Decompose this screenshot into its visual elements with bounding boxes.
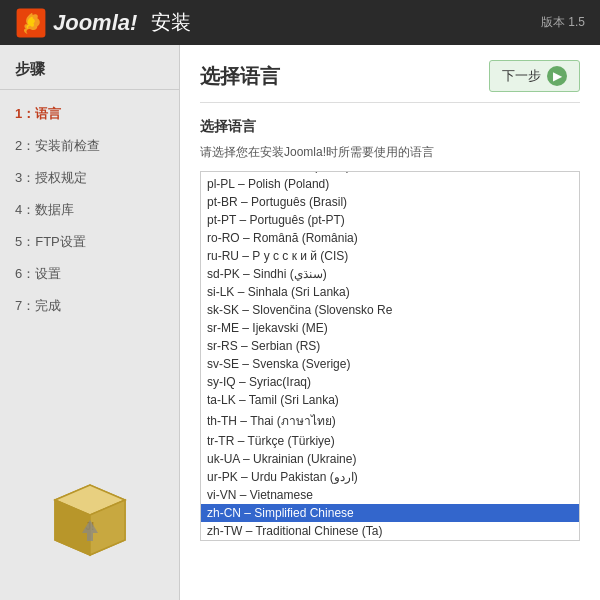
- sidebar-item-preinstall[interactable]: 2：安装前检查: [0, 130, 179, 162]
- joomla-box-icon: J!: [40, 465, 140, 565]
- list-item[interactable]: vi-VN – Vietnamese: [201, 486, 579, 504]
- list-item[interactable]: uk-UA – Ukrainian (Ukraine): [201, 450, 579, 468]
- list-item[interactable]: sr-ME – Ijekavski (ME): [201, 319, 579, 337]
- joomla-logo: Joomla!: [15, 7, 137, 39]
- list-item[interactable]: pt-BR – Português (Brasil): [201, 193, 579, 211]
- sidebar-title: 步骤: [0, 60, 179, 90]
- sidebar-item-complete[interactable]: 7：完成: [0, 290, 179, 322]
- list-item[interactable]: th-TH – Thai (ภาษาไทย): [201, 409, 579, 432]
- sidebar: 步骤 1：语言 2：安装前检查 3：授权规定 4：数据库 5：FTP设置 6：设: [0, 45, 180, 600]
- description-text: 请选择您在安装Joomla!时所需要使用的语言: [200, 144, 580, 161]
- list-item[interactable]: sk-SK – Slovenčina (Slovensko Re: [201, 301, 579, 319]
- sidebar-item-ftp[interactable]: 5：FTP设置: [0, 226, 179, 258]
- sidebar-item-database[interactable]: 4：数据库: [0, 194, 179, 226]
- list-item[interactable]: zh-TW – Traditional Chinese (Ta): [201, 522, 579, 540]
- sidebar-item-license[interactable]: 3：授权规定: [0, 162, 179, 194]
- list-item[interactable]: pt-PT – Português (pt-PT): [201, 211, 579, 229]
- list-item[interactable]: ur-PK – Urdu Pakistan (اردو): [201, 468, 579, 486]
- sidebar-item-settings[interactable]: 6：设置: [0, 258, 179, 290]
- header: Joomla! 安装 版本 1.5: [0, 0, 600, 45]
- list-item[interactable]: ru-RU – Р у с с к и й (CIS): [201, 247, 579, 265]
- language-list[interactable]: ja-JP – Japanese (JP)lo-LA – Lao (ພາສາລາ…: [200, 171, 580, 541]
- next-arrow-icon: ▶: [547, 66, 567, 86]
- svg-rect-7: [87, 533, 93, 541]
- list-item[interactable]: si-LK – Sinhala (Sri Lanka): [201, 283, 579, 301]
- sidebar-nav: 步骤 1：语言 2：安装前检查 3：授权规定 4：数据库 5：FTP设置 6：设: [0, 60, 179, 465]
- list-item[interactable]: sy-IQ – Syriac(Iraq): [201, 373, 579, 391]
- list-item[interactable]: sv-SE – Svenska (Sverige): [201, 355, 579, 373]
- content-area: 选择语言 下一步 ▶ 选择语言 请选择您在安装Joomla!时所需要使用的语言 …: [180, 45, 600, 600]
- list-item[interactable]: sd-PK – Sindhi (سنڌي): [201, 265, 579, 283]
- next-button[interactable]: 下一步 ▶: [489, 60, 580, 92]
- main-layout: 步骤 1：语言 2：安装前检查 3：授权规定 4：数据库 5：FTP设置 6：设: [0, 45, 600, 600]
- header-title: 安装: [151, 9, 191, 36]
- header-left: Joomla! 安装: [15, 7, 191, 39]
- list-item[interactable]: ta-LK – Tamil (Sri Lanka): [201, 391, 579, 409]
- list-item[interactable]: pl-PL – Polish (Poland): [201, 175, 579, 193]
- list-item[interactable]: zh-CN – Simplified Chinese: [201, 504, 579, 522]
- next-button-label: 下一步: [502, 67, 541, 85]
- joomla-flame-icon: [15, 7, 47, 39]
- header-version: 版本 1.5: [541, 14, 585, 31]
- sidebar-item-language[interactable]: 1：语言: [0, 98, 179, 130]
- section-label: 选择语言: [200, 118, 580, 136]
- content-header: 选择语言 下一步 ▶: [200, 60, 580, 103]
- list-item[interactable]: ro-RO – Română (România): [201, 229, 579, 247]
- sidebar-box-illustration: J!: [0, 465, 179, 585]
- sidebar-wrapper: 步骤 1：语言 2：安装前检查 3：授权规定 4：数据库 5：FTP设置 6：设: [0, 60, 179, 585]
- joomla-logo-text: Joomla!: [53, 10, 137, 36]
- list-item[interactable]: sr-RS – Serbian (RS): [201, 337, 579, 355]
- page-title: 选择语言: [200, 63, 280, 90]
- list-item[interactable]: tr-TR – Türkçe (Türkiye): [201, 432, 579, 450]
